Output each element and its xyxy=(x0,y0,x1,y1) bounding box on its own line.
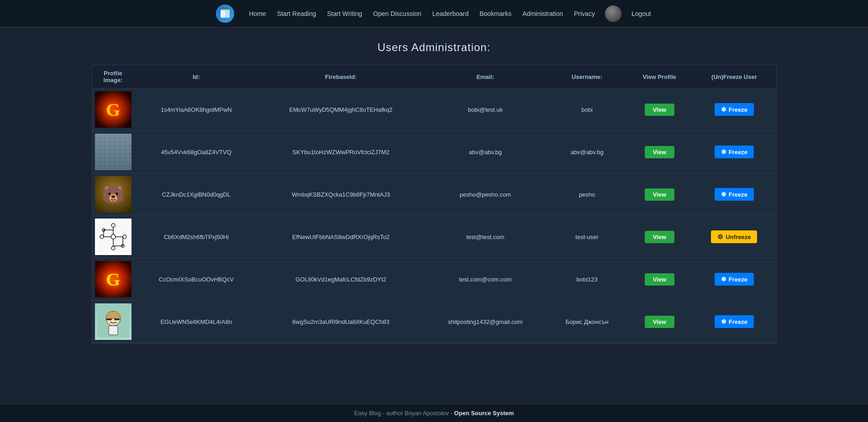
col-freeze-user: (Un)Freeze User xyxy=(692,65,776,89)
view-profile-cell: View xyxy=(626,89,692,131)
view-profile-cell: View xyxy=(626,216,692,258)
profile-image-cell: G xyxy=(92,258,134,301)
view-profile-cell: View xyxy=(626,131,692,173)
user-id: CZJknDc1XgiBN0d0qgDL xyxy=(134,173,259,216)
page-title: Users Administration: xyxy=(9,41,859,54)
svg-rect-0 xyxy=(221,10,225,18)
view-profile-button[interactable]: View xyxy=(645,316,674,328)
nav-start-reading[interactable]: Start Reading xyxy=(276,8,317,19)
nav-logout[interactable]: Logout xyxy=(631,8,652,19)
user-id: EGUeWN5eItKMD4L4rA8n xyxy=(134,301,259,343)
firebase-id: SKYbu1toHzWZWwPRoVfclciZJ7M2 xyxy=(258,131,423,173)
freeze-cell: ❄ Freeze xyxy=(692,301,776,343)
main-content: Users Administration: Profile Image: Id:… xyxy=(0,27,868,404)
user-username: test-user xyxy=(547,216,626,258)
snowflake-icon: ❄ xyxy=(721,276,726,283)
profile-image-cell xyxy=(92,131,134,173)
user-username: abv@abv.bg xyxy=(547,131,626,173)
freeze-button[interactable]: ❄ Freeze xyxy=(715,103,754,116)
nav-home[interactable]: Home xyxy=(248,8,267,19)
view-profile-button[interactable]: View xyxy=(645,104,674,116)
col-firebase-id: FirebaseId: xyxy=(258,65,423,89)
profile-image: 🐻 xyxy=(95,176,132,213)
user-email: bobi@test.uk xyxy=(423,89,547,131)
snowflake-icon: ❄ xyxy=(721,106,726,113)
nav-administration[interactable]: Administration xyxy=(521,8,564,19)
table-row: 45v54Vvk68gOa8Z4VTVQ SKYbu1toHzWZWwPRoVf… xyxy=(92,131,776,173)
view-profile-button[interactable]: View xyxy=(645,273,674,286)
firebase-id: GOLlI0kVd1egMafcLCfdZb9zDYt2 xyxy=(258,258,423,301)
nav-start-writing[interactable]: Start Writing xyxy=(326,8,363,19)
view-profile-button[interactable]: View xyxy=(645,188,674,201)
footer-text: Easy Blog - author Boyan Apostolov - xyxy=(354,410,454,417)
user-email: abv@abv.bg xyxy=(423,131,547,173)
svg-rect-2 xyxy=(221,10,230,10)
nav-privacy[interactable]: Privacy xyxy=(573,8,596,19)
site-logo xyxy=(216,5,234,23)
col-username: Username: xyxy=(547,65,626,89)
profile-image-cell xyxy=(92,301,134,343)
freeze-cell: ❄ Freeze xyxy=(692,173,776,216)
snowflake-icon: ❄ xyxy=(721,148,726,156)
firebase-id: EMcW7uWyD5QMM4jghC8oTEHafkq2 xyxy=(258,89,423,131)
snowflake-icon: ❄ xyxy=(721,191,726,198)
svg-rect-1 xyxy=(225,10,230,18)
user-id: 1s4mYiaA6OK8hgotMPwN xyxy=(134,89,259,131)
svg-rect-3 xyxy=(97,221,129,253)
nav-open-discussion[interactable]: Open Discussion xyxy=(372,8,422,19)
nav-leaderboard[interactable]: Leaderboard xyxy=(431,8,469,19)
table-row: G 1s4mYiaA6OK8hgotMPwN EMcW7uWyD5QMM4jgh… xyxy=(92,89,776,131)
freeze-cell: ❄ Freeze xyxy=(692,131,776,173)
firebase-id: WmbqKSBZXQcka1C9b8Fjr7MntAJ3 xyxy=(258,173,423,216)
freeze-cell: ❄ Freeze xyxy=(692,258,776,301)
page-footer: Easy Blog - author Boyan Apostolov - Ope… xyxy=(0,404,868,422)
user-email: pesho@pesho.com xyxy=(423,173,547,216)
nav-bookmarks[interactable]: Bookmarks xyxy=(479,8,512,19)
view-profile-button[interactable]: View xyxy=(645,231,674,243)
users-table-wrapper: Profile Image: Id: FirebaseId: Email: Us… xyxy=(92,65,777,344)
profile-image-cell: 🐻 xyxy=(92,173,134,216)
firebase-id: 6wgSu2m3aURl9ndUa6IIKuEQCh83 xyxy=(258,301,423,343)
profile-image xyxy=(95,303,132,340)
table-body: G 1s4mYiaA6OK8hgotMPwN EMcW7uWyD5QMM4jgh… xyxy=(92,89,776,343)
user-email: test@test.com xyxy=(423,216,547,258)
view-profile-cell: View xyxy=(626,173,692,216)
user-username: pesho xyxy=(547,173,626,216)
user-username: bobi123 xyxy=(547,258,626,301)
col-profile-image: Profile Image: xyxy=(92,65,134,89)
profile-image: G xyxy=(95,261,132,297)
firebase-id: EfNewUtFbbNAS8wDdRXrOjqRsTo2 xyxy=(258,216,423,258)
navbar: Home Start Reading Start Writing Open Di… xyxy=(0,0,868,27)
freeze-cell: ⚙ Unfreeze xyxy=(692,216,776,258)
col-view-profile: View Profile xyxy=(626,65,692,89)
freeze-cell: ❄ Freeze xyxy=(692,89,776,131)
table-row: G CcOcmIXSoBcuOOvHBQcV GOLlI0kVd1egMafcL… xyxy=(92,258,776,301)
table-header: Profile Image: Id: FirebaseId: Email: Us… xyxy=(92,65,776,89)
table-row: 🐻 CZJknDc1XgiBN0d0qgDL WmbqKSBZXQcka1C9b… xyxy=(92,173,776,216)
user-id: Cb6XdM2sh6fbTPxj50Hi xyxy=(134,216,259,258)
table-row: Cb6XdM2sh6fbTPxj50Hi EfNewUtFbbNAS8wDdRX… xyxy=(92,216,776,258)
users-table: Profile Image: Id: FirebaseId: Email: Us… xyxy=(92,65,776,343)
unfreeze-button[interactable]: ⚙ Unfreeze xyxy=(711,230,757,243)
profile-image-cell: G xyxy=(92,89,134,131)
svg-rect-24 xyxy=(109,326,118,335)
freeze-button[interactable]: ❄ Freeze xyxy=(715,315,754,328)
view-profile-cell: View xyxy=(626,301,692,343)
user-avatar xyxy=(605,5,621,22)
footer-bold: Open Source System xyxy=(454,410,514,417)
profile-image: G xyxy=(95,91,132,128)
profile-image xyxy=(95,134,132,170)
user-username: bobi xyxy=(547,89,626,131)
gear-icon: ⚙ xyxy=(717,233,723,240)
col-id: Id: xyxy=(134,65,259,89)
profile-image xyxy=(95,219,132,255)
freeze-button[interactable]: ❄ Freeze xyxy=(715,188,754,201)
user-email: shitposting1432@gmail.com xyxy=(423,301,547,343)
user-id: CcOcmIXSoBcuOOvHBQcV xyxy=(134,258,259,301)
snowflake-icon: ❄ xyxy=(721,318,726,325)
freeze-button[interactable]: ❄ Freeze xyxy=(715,273,754,286)
user-id: 45v54Vvk68gOa8Z4VTVQ xyxy=(134,131,259,173)
table-row: EGUeWN5eItKMD4L4rA8n 6wgSu2m3aURl9ndUa6I… xyxy=(92,301,776,343)
view-profile-button[interactable]: View xyxy=(645,146,674,158)
freeze-button[interactable]: ❄ Freeze xyxy=(715,146,754,158)
